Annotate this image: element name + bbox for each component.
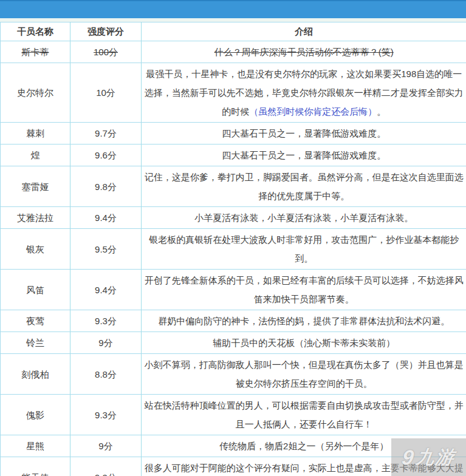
intro-cell: 小羊夏活有泳装，小羊夏活有泳装，小羊夏活有泳装。 [142,207,466,229]
operator-name-cell: 银灰 [1,229,70,270]
table-row-thorns: 棘刺 9.7分 四大基石干员之一，显著降低游戏难度。 [1,123,466,144]
table-row-bagpipe: 风笛 9.4分 开创了先锋全新体系的干员，如果已经有丰富的后续干员可以选择，不妨… [1,270,466,310]
intro-cell: 银老板的真银斩在处理大波敌人时非常好用，攻击范围广，抄作业基本都能抄到。 [142,229,466,270]
col-header-score: 强度评分 [70,22,142,41]
operator-name-cell: 棘刺 [1,123,70,144]
table-row-nightingale: 夜莺 9.3分 群奶中偏向防守的神卡，法伤怪的妈，提供了非常群体法抗和法术闪避。 [1,310,466,332]
table-row-silverash: 银灰 9.5分 银老板的真银斩在处理大波敌人时非常好用，攻击范围广，抄作业基本都… [1,229,466,270]
operator-name-cell: 史尔特尔 [1,63,70,123]
intro-cell: 开创了先锋全新体系的干员，如果已经有丰富的后续干员可以选择，不妨选择风笛来加快干… [142,270,466,310]
score-cell: 9.4分 [70,207,142,229]
operator-name-cell: 能天使 [1,457,70,476]
score-cell: 9.3分 [70,457,142,476]
intro-cell: 辅助干员中的天花板（浊心斯卡蒂未实装前） [142,332,466,354]
score-cell: 9分 [70,332,142,354]
operator-rating-table: 干员名称 强度评分 介绍 斯卡蒂 100分 什么？周年庆深海干员活动你不选蒂蒂？… [0,22,466,476]
intro-cell: 小刻不算弱，打高防御敌人那叫一个快，但是现在真伤太多了（哭）并且也算是被史尔特尔… [142,354,466,395]
table-row-eyjafjalla: 艾雅法拉 9.4分 小羊夏活有泳装，小羊夏活有泳装，小羊夏活有泳装。 [1,207,466,229]
jiuyou-logo-text: 九游 [415,448,456,466]
table-row-blaze: 煌 9.6分 四大基石干员之一，显著降低游戏难度。 [1,144,466,166]
intro-cell: 什么？周年庆深海干员活动你不选蒂蒂？(笑) [142,41,466,63]
score-cell: 10分 [70,63,142,123]
header-row: 干员名称 强度评分 介绍 [1,22,466,41]
operator-name-cell: 煌 [1,144,70,166]
operator-name-cell: 塞雷娅 [1,166,70,207]
table-row-phantom: 傀影 9.3分 站在快活特种顶峰位置的男人，可以根据需要自由切换成攻击型或者防守… [1,395,466,435]
score-cell: 9.3分 [70,395,142,435]
intro-link[interactable]: （虽然到时候你肯定还会后悔） [249,106,377,117]
table-row-ceobe: 刻俄柏 8.8分 小刻不算弱，打高防御敌人那叫一个快，但是现在真伤太多了（哭）并… [1,354,466,395]
score-cell: 9分 [70,435,142,457]
score-cell: 9.6分 [70,144,142,166]
operator-name-cell: 星熊 [1,435,70,457]
watermark: 9 九游 [391,438,466,476]
score-cell: 9.8分 [70,166,142,207]
table-row-surtr: 史尔特尔 10分 最强干员，十星神卡，也是没有史尔特尔的玩家，这次如果要买198… [1,63,466,123]
table-row-skadi: 斯卡蒂 100分 什么？周年庆深海干员活动你不选蒂蒂？(笑) [1,41,466,63]
operator-name-cell: 铃兰 [1,332,70,354]
operator-name-cell: 风笛 [1,270,70,310]
score-cell: 100分 [70,41,142,63]
intro-cell: 记住，这是你爹，拳打内卫，脚踢爱国者。虽然评分高，但是在这次自选里面选择的优先度… [142,166,466,207]
col-header-intro: 介绍 [142,22,466,41]
intro-cell: 群奶中偏向防守的神卡，法伤怪的妈，提供了非常群体法抗和法术闪避。 [142,310,466,332]
score-cell: 9.7分 [70,123,142,144]
top-banner [0,0,466,18]
score-cell: 9.5分 [70,229,142,270]
intro-cell: 站在快活特种顶峰位置的男人，可以根据需要自由切换成攻击型或者防守型，并且一人抵俩… [142,395,466,435]
jiuyou-9game-logo-icon: 9 [401,447,416,467]
intro-cell: 最强干员，十星神卡，也是没有史尔特尔的玩家，这次如果要买198自选的唯一选择，当… [142,63,466,123]
operator-name-cell: 夜莺 [1,310,70,332]
table-row-suzuran: 铃兰 9分 辅助干员中的天花板（浊心斯卡蒂未实装前） [1,332,466,354]
score-cell: 8.8分 [70,354,142,395]
score-cell: 9.3分 [70,310,142,332]
intro-suffix: 。 [377,106,386,117]
intro-cell: 四大基石干员之一，显著降低游戏难度。 [142,123,466,144]
operator-name-cell: 傀影 [1,395,70,435]
col-header-operator-name: 干员名称 [1,22,70,41]
score-cell: 9.4分 [70,270,142,310]
operator-name-cell: 刻俄柏 [1,354,70,395]
operator-name-cell: 艾雅法拉 [1,207,70,229]
intro-cell: 四大基石干员之一，显著降低游戏难度。 [142,144,466,166]
operator-name-cell: 斯卡蒂 [1,41,70,63]
table-row-saria: 塞雷娅 9.8分 记住，这是你爹，拳打内卫，脚踢爱国者。虽然评分高，但是在这次自… [1,166,466,207]
